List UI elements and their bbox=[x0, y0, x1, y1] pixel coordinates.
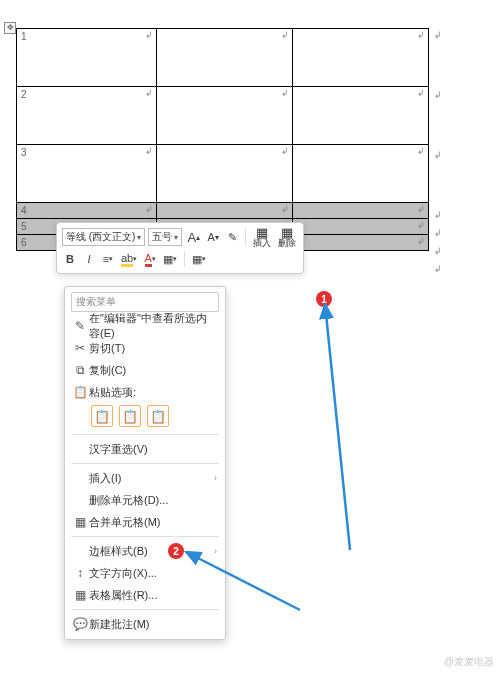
svg-line-0 bbox=[325, 304, 350, 550]
menu-text-direction[interactable]: ↕文字方向(X)... bbox=[65, 562, 225, 584]
insert-table-button[interactable]: ▦插入 bbox=[251, 226, 273, 248]
paragraph-mark-icon: ↲ bbox=[417, 88, 425, 98]
context-menu: 搜索菜单 ✎在"编辑器"中查看所选内容(E) ✂剪切(T) ⧉复制(C) 📋粘贴… bbox=[64, 286, 226, 640]
editor-icon: ✎ bbox=[71, 319, 89, 333]
table-row[interactable]: 1↲ ↲ ↲ bbox=[17, 29, 429, 87]
menu-delete-cells[interactable]: 删除单元格(D)... bbox=[65, 489, 225, 511]
paste-text-only-button[interactable]: 📋 bbox=[147, 405, 169, 427]
menu-view-in-editor[interactable]: ✎在"编辑器"中查看所选内容(E) bbox=[65, 315, 225, 337]
highlight-button[interactable]: ab▾ bbox=[119, 250, 139, 268]
text-direction-icon: ↕ bbox=[71, 566, 89, 580]
menu-search-input[interactable]: 搜索菜单 bbox=[71, 292, 219, 312]
cell-text: 2 bbox=[21, 89, 27, 100]
bold-button[interactable]: B bbox=[62, 250, 78, 268]
annotation-arrow-1 bbox=[230, 290, 370, 560]
paste-options-row: 📋 📋 📋 bbox=[65, 403, 225, 431]
paragraph-mark-icon: ↲ bbox=[145, 204, 153, 214]
cell-text: 4 bbox=[21, 205, 27, 216]
cell-text: 3 bbox=[21, 147, 27, 158]
table-row[interactable]: 4↲ ↲ ↲ bbox=[17, 203, 429, 219]
table-move-handle[interactable]: ✥ bbox=[4, 22, 16, 34]
paragraph-mark-icon: ↲ bbox=[281, 146, 289, 156]
menu-paste-options: 📋粘贴选项: bbox=[65, 381, 225, 403]
mini-toolbar: 等线 (西文正文)▾ 五号▾ A▴ A▾ ✎ ▦插入 ▦删除 B I ≡▾ ab… bbox=[56, 222, 304, 274]
paragraph-mark-icon: ↲ bbox=[281, 88, 289, 98]
paste-keep-source-button[interactable]: 📋 bbox=[91, 405, 113, 427]
menu-table-properties[interactable]: ▦表格属性(R)... bbox=[65, 584, 225, 606]
watermark: @麦麦电器 bbox=[444, 655, 494, 669]
merge-icon: ▦ bbox=[71, 515, 89, 529]
document-table: 1↲ ↲ ↲ 2↲ ↲ ↲ 3↲ ↲ ↲ 4↲ ↲ ↲ 5↲ ↲ ↲ 6↲ ↲ … bbox=[16, 28, 429, 251]
comment-icon: 💬 bbox=[71, 617, 89, 631]
paragraph-mark-icon: ↲ bbox=[145, 88, 153, 98]
borders-button[interactable]: ▦▾ bbox=[161, 250, 179, 268]
paragraph-mark-icon: ↲ bbox=[417, 236, 425, 246]
menu-border-style[interactable]: 边框样式(B)› bbox=[65, 540, 225, 562]
menu-merge-cells[interactable]: ▦合并单元格(M) bbox=[65, 511, 225, 533]
format-painter-button[interactable]: ✎ bbox=[224, 228, 240, 246]
annotation-badge-2: 2 bbox=[168, 543, 184, 559]
paragraph-mark-icon: ↲ bbox=[145, 30, 153, 40]
table-row[interactable]: 2↲ ↲ ↲ bbox=[17, 87, 429, 145]
font-color-button[interactable]: A▾ bbox=[142, 250, 158, 268]
insert-dropdown-button[interactable]: ▦▾ bbox=[190, 250, 208, 268]
cell-text: 5 bbox=[21, 221, 27, 232]
paragraph-mark-icon: ↲ bbox=[281, 204, 289, 214]
paragraph-mark-icon: ↲ bbox=[417, 146, 425, 156]
font-size-select[interactable]: 五号▾ bbox=[148, 228, 182, 246]
menu-new-comment[interactable]: 💬新建批注(M) bbox=[65, 613, 225, 635]
annotation-badge-1: 1 bbox=[316, 291, 332, 307]
chevron-right-icon: › bbox=[214, 473, 217, 483]
paste-icon: 📋 bbox=[71, 385, 89, 399]
menu-insert[interactable]: 插入(I)› bbox=[65, 467, 225, 489]
paste-merge-button[interactable]: 📋 bbox=[119, 405, 141, 427]
paragraph-mark-icon: ↲ bbox=[281, 30, 289, 40]
cell-text: 1 bbox=[21, 31, 27, 42]
menu-cn-reselect[interactable]: 汉字重选(V) bbox=[65, 438, 225, 460]
copy-icon: ⧉ bbox=[71, 363, 89, 377]
font-name-select[interactable]: 等线 (西文正文)▾ bbox=[62, 228, 145, 246]
align-button[interactable]: ≡▾ bbox=[100, 250, 116, 268]
table-properties-icon: ▦ bbox=[71, 588, 89, 602]
paragraph-mark-icon: ↲ bbox=[417, 30, 425, 40]
table-row[interactable]: 3↲ ↲ ↲ bbox=[17, 145, 429, 203]
scissors-icon: ✂ bbox=[71, 341, 89, 355]
paragraph-mark-icon: ↲ bbox=[417, 204, 425, 214]
italic-button[interactable]: I bbox=[81, 250, 97, 268]
decrease-font-button[interactable]: A▾ bbox=[205, 228, 221, 246]
increase-font-button[interactable]: A▴ bbox=[185, 228, 202, 246]
paragraph-mark-icon: ↲ bbox=[145, 146, 153, 156]
delete-table-button[interactable]: ▦删除 bbox=[276, 226, 298, 248]
paragraph-mark-icon: ↲ bbox=[417, 220, 425, 230]
menu-copy[interactable]: ⧉复制(C) bbox=[65, 359, 225, 381]
cell-text: 6 bbox=[21, 237, 27, 248]
menu-cut[interactable]: ✂剪切(T) bbox=[65, 337, 225, 359]
chevron-right-icon: › bbox=[214, 546, 217, 556]
